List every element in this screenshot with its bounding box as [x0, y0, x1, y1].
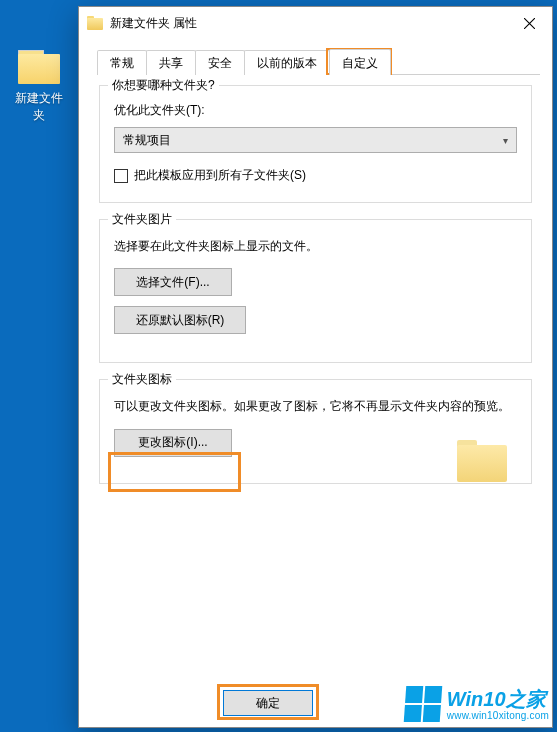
ok-button[interactable]: 确定 — [223, 690, 313, 716]
change-icon-button[interactable]: 更改图标(I)... — [114, 429, 232, 457]
group-folder-icon: 文件夹图标 可以更改文件夹图标。如果更改了图标，它将不再显示文件夹内容的预览。 … — [99, 379, 532, 483]
apply-subfolders-label: 把此模板应用到所有子文件夹(S) — [134, 167, 306, 184]
folder-icon-desc: 可以更改文件夹图标。如果更改了图标，它将不再显示文件夹内容的预览。 — [114, 396, 517, 416]
dialog-button-bar: 确定 — [79, 679, 552, 727]
tab-security[interactable]: 安全 — [195, 50, 245, 75]
tab-area: 常规 共享 安全 以前的版本 自定义 — [79, 39, 552, 75]
close-button[interactable] — [506, 7, 552, 39]
group-folder-picture: 文件夹图片 选择要在此文件夹图标上显示的文件。 选择文件(F)... 还原默认图… — [99, 219, 532, 363]
apply-subfolders-checkbox[interactable] — [114, 169, 128, 183]
panel-customize: 你想要哪种文件夹? 优化此文件夹(T): 常规项目 ▾ 把此模板应用到所有子文件… — [79, 75, 552, 679]
group-folder-type-title: 你想要哪种文件夹? — [108, 77, 219, 94]
tab-customize[interactable]: 自定义 — [329, 49, 391, 75]
tab-strip: 常规 共享 安全 以前的版本 自定义 — [97, 51, 540, 75]
group-folder-picture-title: 文件夹图片 — [108, 211, 176, 228]
properties-dialog: 新建文件夹 属性 常规 共享 安全 以前的版本 自定义 你想要哪种文件夹? 优化… — [78, 6, 553, 728]
optimize-combobox-value: 常规项目 — [123, 132, 171, 149]
optimize-label: 优化此文件夹(T): — [114, 102, 517, 119]
folder-preview-icon — [457, 440, 507, 482]
window-title: 新建文件夹 属性 — [110, 15, 506, 32]
optimize-combobox[interactable]: 常规项目 ▾ — [114, 127, 517, 153]
restore-default-button[interactable]: 还原默认图标(R) — [114, 306, 246, 334]
titlebar-folder-icon — [87, 16, 103, 30]
close-icon — [524, 18, 535, 29]
group-folder-type: 你想要哪种文件夹? 优化此文件夹(T): 常规项目 ▾ 把此模板应用到所有子文件… — [99, 85, 532, 203]
folder-icon — [18, 50, 60, 84]
titlebar[interactable]: 新建文件夹 属性 — [79, 7, 552, 39]
tab-general[interactable]: 常规 — [97, 50, 147, 75]
choose-file-button[interactable]: 选择文件(F)... — [114, 268, 232, 296]
desktop-folder-icon[interactable]: 新建文件夹 — [12, 50, 66, 124]
annotation-highlight — [108, 452, 241, 492]
tab-sharing[interactable]: 共享 — [146, 50, 196, 75]
tab-previous-versions[interactable]: 以前的版本 — [244, 50, 330, 75]
group-folder-icon-title: 文件夹图标 — [108, 371, 176, 388]
apply-subfolders-row[interactable]: 把此模板应用到所有子文件夹(S) — [114, 167, 517, 184]
desktop-folder-label: 新建文件夹 — [12, 90, 66, 124]
folder-picture-desc: 选择要在此文件夹图标上显示的文件。 — [114, 236, 517, 256]
chevron-down-icon: ▾ — [503, 135, 508, 146]
